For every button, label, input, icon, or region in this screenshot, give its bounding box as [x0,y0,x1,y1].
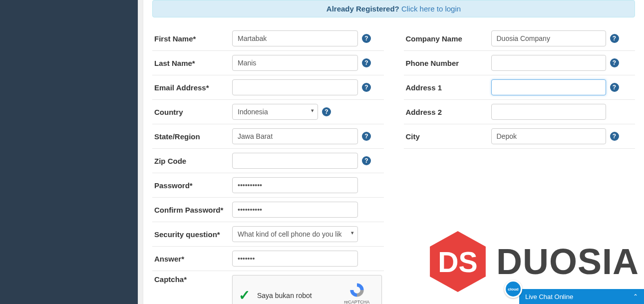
live-chat-tab[interactable]: Live Chat Online ⌃ [519,289,644,304]
chevron-up-icon: ⌃ [633,293,638,300]
phone-input[interactable] [491,55,606,71]
help-icon[interactable]: ? [362,132,371,141]
zip-input[interactable] [232,153,358,169]
password-input[interactable] [232,177,358,193]
left-column: First Name* ? Last Name* ? Email Address… [152,26,384,304]
first-name-label: First Name* [152,34,232,43]
banner-question: Already Registered? [326,4,399,13]
company-label: Company Name [404,34,491,43]
confirm-password-label: Confirm Password* [152,206,232,214]
last-name-input[interactable] [232,55,358,71]
answer-label: Answer* [152,255,232,263]
password-label: Password* [152,181,232,190]
state-label: State/Region [152,132,232,141]
right-column: Company Name ? Phone Number ? Address 1 [404,26,636,304]
help-icon[interactable]: ? [322,107,331,116]
recaptcha-widget[interactable]: ✓ Saya bukan robot reCAPTCHA Privasi - P… [232,275,382,304]
cloud-badge-icon[interactable]: cloud [504,280,522,298]
company-input[interactable] [491,30,606,46]
answer-input[interactable] [232,251,358,267]
registration-form: Already Registered? Click here to login … [143,0,644,304]
state-input[interactable] [232,128,358,144]
recaptcha-brand: reCAPTCHA [338,300,375,304]
last-name-label: Last Name* [152,59,232,67]
recaptcha-logo-icon [348,282,365,299]
help-icon[interactable]: ? [362,58,371,67]
city-input[interactable] [491,128,606,144]
help-icon[interactable]: ? [362,156,371,165]
sidebar [0,0,143,304]
captcha-label: Captcha* [152,275,232,284]
country-label: Country [152,108,232,116]
already-registered-banner: Already Registered? Click here to login [152,0,635,17]
chat-label: Live Chat Online [525,293,573,301]
address2-input[interactable] [491,104,606,120]
help-icon[interactable]: ? [610,34,619,43]
first-name-input[interactable] [232,30,358,46]
email-label: Email Address* [152,83,232,92]
help-icon[interactable]: ? [610,132,619,141]
address1-label: Address 1 [404,83,491,92]
checkmark-icon: ✓ [239,287,250,304]
phone-label: Phone Number [404,59,491,67]
address2-label: Address 2 [404,108,491,116]
security-question-label: Security question* [152,230,232,239]
city-label: City [404,132,491,141]
security-question-select[interactable]: What kind of cell phone do you lik [232,226,358,242]
confirm-password-input[interactable] [232,202,358,218]
address1-input[interactable] [491,79,606,95]
recaptcha-text: Saya bukan robot [257,292,331,300]
help-icon[interactable]: ? [362,83,371,92]
zip-label: Zip Code [152,157,232,165]
login-link[interactable]: Click here to login [401,4,461,13]
country-select[interactable]: Indonesia [232,104,318,120]
help-icon[interactable]: ? [610,58,619,67]
help-icon[interactable]: ? [362,34,371,43]
email-input[interactable] [232,79,358,95]
help-icon[interactable]: ? [610,83,619,92]
